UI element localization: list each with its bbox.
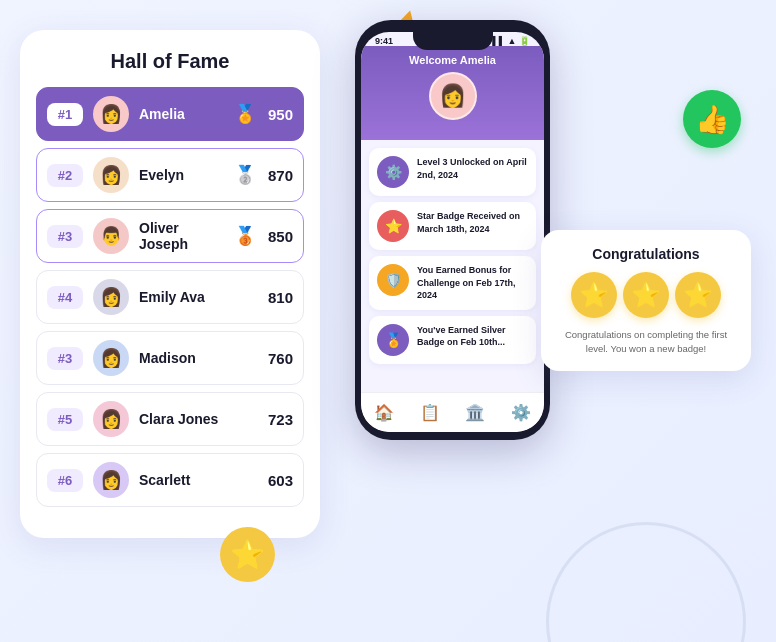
phone-time: 9:41 bbox=[375, 36, 393, 46]
hof-name: Amelia bbox=[139, 106, 224, 122]
hof-score: 723 bbox=[268, 411, 293, 428]
activity-item: ⚙️Level 3 Unlocked on April 2nd, 2024 bbox=[369, 148, 536, 196]
hof-avatar: 👩 bbox=[93, 340, 129, 376]
nav-icon[interactable]: 🏠 bbox=[374, 403, 394, 422]
hof-name: Oliver Joseph bbox=[139, 220, 224, 252]
activity-icon: 🏅 bbox=[377, 324, 409, 356]
rank-badge: #3 bbox=[47, 347, 83, 370]
hall-of-fame-list: #1👩Amelia🏅950#2👩Evelyn🥈870#3👨Oliver Jose… bbox=[36, 87, 304, 507]
activity-text: Level 3 Unlocked on April 2nd, 2024 bbox=[417, 156, 528, 181]
medal-icon: 🥉 bbox=[234, 225, 256, 247]
activity-item: ⭐Star Badge Received on March 18th, 2024 bbox=[369, 202, 536, 250]
rank-badge: #5 bbox=[47, 408, 83, 431]
medal-icon: 🥈 bbox=[234, 164, 256, 186]
star-icon: ⭐ bbox=[230, 538, 265, 571]
activity-text: Star Badge Received on March 18th, 2024 bbox=[417, 210, 528, 235]
congrats-stars: ⭐ ⭐ ⭐ bbox=[555, 272, 737, 318]
hof-score: 870 bbox=[268, 167, 293, 184]
thumbs-up-icon: 👍 bbox=[695, 103, 730, 136]
rank-badge: #2 bbox=[47, 164, 83, 187]
phone-welcome-text: Welcome Amelia bbox=[373, 54, 532, 66]
phone-user-avatar: 👩 bbox=[429, 72, 477, 120]
hof-avatar: 👩 bbox=[93, 462, 129, 498]
hof-name: Evelyn bbox=[139, 167, 224, 183]
activity-icon: 🛡️ bbox=[377, 264, 409, 296]
hof-score: 603 bbox=[268, 472, 293, 489]
hof-row: #6👩Scarlett603 bbox=[36, 453, 304, 507]
activity-icon: ⭐ bbox=[377, 210, 409, 242]
activity-text: You've Earned Silver Badge on Feb 10th..… bbox=[417, 324, 528, 349]
activity-item: 🏅You've Earned Silver Badge on Feb 10th.… bbox=[369, 316, 536, 364]
rank-badge: #6 bbox=[47, 469, 83, 492]
hof-score: 850 bbox=[268, 228, 293, 245]
phone-nav-bar[interactable]: 🏠📋🏛️⚙️ bbox=[361, 392, 544, 432]
phone-activity-list: ⚙️Level 3 Unlocked on April 2nd, 2024⭐St… bbox=[361, 140, 544, 380]
hof-row: #5👩Clara Jones723 bbox=[36, 392, 304, 446]
hof-name: Clara Jones bbox=[139, 411, 258, 427]
hof-score: 950 bbox=[268, 106, 293, 123]
decorative-arc bbox=[546, 522, 746, 642]
star-2: ⭐ bbox=[623, 272, 669, 318]
phone-screen: 9:41 ▌▌ ▲ 🔋 Welcome Amelia 👩 ⚙️Level 3 U… bbox=[361, 32, 544, 432]
hof-avatar: 👩 bbox=[93, 279, 129, 315]
phone-header: Welcome Amelia 👩 bbox=[361, 46, 544, 140]
rank-badge: #1 bbox=[47, 103, 83, 126]
star-3: ⭐ bbox=[675, 272, 721, 318]
star-1: ⭐ bbox=[571, 272, 617, 318]
thumbs-up-badge: 👍 bbox=[683, 90, 741, 148]
rank-badge: #3 bbox=[47, 225, 83, 248]
hof-avatar: 👨 bbox=[93, 218, 129, 254]
hof-avatar: 👩 bbox=[93, 401, 129, 437]
rank-badge: #4 bbox=[47, 286, 83, 309]
hof-row: #4👩Emily Ava810 bbox=[36, 270, 304, 324]
congrats-title: Congratulations bbox=[555, 246, 737, 262]
activity-text: You Earned Bonus for Challenge on Feb 17… bbox=[417, 264, 528, 302]
hof-row: #2👩Evelyn🥈870 bbox=[36, 148, 304, 202]
activity-item: 🛡️You Earned Bonus for Challenge on Feb … bbox=[369, 256, 536, 310]
phone-mockup: 9:41 ▌▌ ▲ 🔋 Welcome Amelia 👩 ⚙️Level 3 U… bbox=[355, 20, 550, 440]
activity-icon: ⚙️ bbox=[377, 156, 409, 188]
hof-avatar: 👩 bbox=[93, 96, 129, 132]
phone-icons: ▌▌ ▲ 🔋 bbox=[492, 36, 530, 46]
hall-of-fame-card: Hall of Fame #1👩Amelia🏅950#2👩Evelyn🥈870#… bbox=[20, 30, 320, 538]
hof-score: 760 bbox=[268, 350, 293, 367]
hof-avatar: 👩 bbox=[93, 157, 129, 193]
congrats-message: Congratulations on completing the first … bbox=[555, 328, 737, 357]
hof-row: #3👨Oliver Joseph🥉850 bbox=[36, 209, 304, 263]
hof-name: Madison bbox=[139, 350, 258, 366]
nav-icon[interactable]: 🏛️ bbox=[465, 403, 485, 422]
hof-row: #3👩Madison760 bbox=[36, 331, 304, 385]
hof-name: Scarlett bbox=[139, 472, 258, 488]
hof-row: #1👩Amelia🏅950 bbox=[36, 87, 304, 141]
medal-icon: 🏅 bbox=[234, 103, 256, 125]
hof-score: 810 bbox=[268, 289, 293, 306]
congratulations-card: Congratulations ⭐ ⭐ ⭐ Congratulations on… bbox=[541, 230, 751, 371]
nav-icon[interactable]: 📋 bbox=[420, 403, 440, 422]
hall-of-fame-title: Hall of Fame bbox=[36, 50, 304, 73]
nav-icon[interactable]: ⚙️ bbox=[511, 403, 531, 422]
hof-name: Emily Ava bbox=[139, 289, 258, 305]
decorative-star-circle: ⭐ bbox=[220, 527, 275, 582]
phone-notch bbox=[413, 32, 493, 50]
